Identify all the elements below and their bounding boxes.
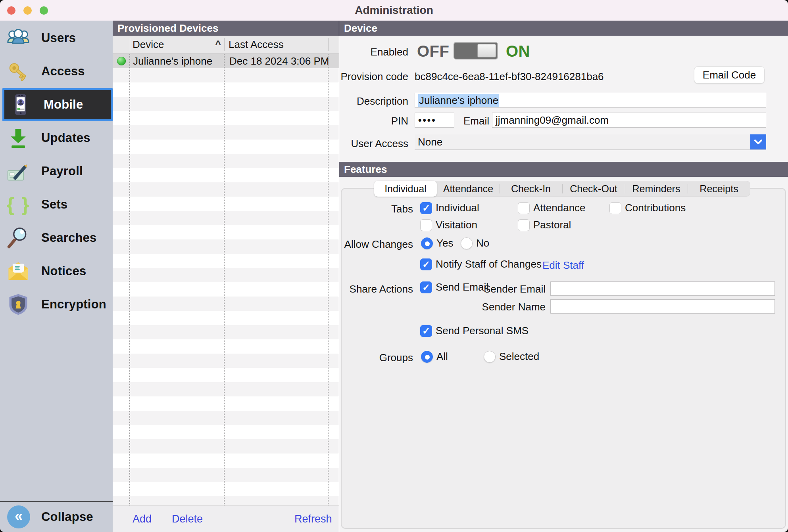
provisioned-devices-panel: Provisioned Devices Device ^ Last Access…: [113, 21, 339, 532]
device-cell: Julianne's iphone: [133, 54, 212, 68]
yes-radio[interactable]: [421, 237, 433, 249]
checkbox-label: Individual: [436, 202, 479, 214]
checkbox-item-pastoral[interactable]: Pastoral: [518, 219, 571, 231]
column-gridline: [328, 54, 329, 505]
provision-code-value: bc89c4ce-6ea8-11ef-bf30-824916281ba6: [415, 71, 604, 83]
tab-check-in[interactable]: Check-In: [500, 181, 562, 197]
tab-reminders[interactable]: Reminders: [625, 181, 688, 197]
sidebar-item-notices[interactable]: Notices: [0, 255, 113, 288]
description-input[interactable]: Julianne's iphone: [415, 93, 766, 108]
administration-window: Administration: [0, 0, 788, 532]
description-selected-text: Julianne's iphone: [418, 94, 499, 107]
device-form: Enabled OFF ON Provision code bc89c4ce-6…: [339, 36, 788, 162]
sidebar-item-label: Notices: [41, 264, 86, 278]
selected-radio[interactable]: [484, 351, 496, 363]
sidebar-item-encryption[interactable]: Encryption: [0, 288, 113, 321]
sender-name-input[interactable]: [550, 299, 775, 314]
sidebar-item-searches[interactable]: Searches: [0, 221, 113, 255]
tab-attendance[interactable]: Attendance: [437, 181, 500, 197]
collapse-button[interactable]: « Collapse: [0, 501, 113, 532]
checkbox-item-send-sms[interactable]: Send Personal SMS: [420, 325, 529, 337]
tab-check-out[interactable]: Check-Out: [562, 181, 625, 197]
radio-item-all[interactable]: All: [421, 350, 448, 363]
sidebar-item-mobile[interactable]: Mobile: [2, 88, 113, 121]
user-access-label: User Access: [339, 138, 408, 150]
tab-individual[interactable]: Individual: [374, 181, 437, 197]
send-email-checkbox[interactable]: [420, 281, 432, 293]
key-icon: [6, 59, 31, 84]
column-gridline: [224, 54, 225, 505]
table-stripes: [113, 68, 339, 505]
radio-item-yes[interactable]: Yes: [421, 237, 453, 249]
device-column-header[interactable]: Device: [133, 36, 164, 54]
sender-name-label: Sender Name: [472, 301, 546, 313]
toggle-knob: [477, 44, 496, 57]
sidebar-item-label: Mobile: [44, 98, 83, 112]
notify-staff-checkbox[interactable]: [420, 258, 432, 270]
sidebar-item-label: Sets: [41, 197, 67, 212]
no-radio[interactable]: [461, 237, 473, 249]
sidebar-item-updates[interactable]: Updates: [0, 121, 113, 155]
checkbox-item-contributions[interactable]: Contributions: [609, 202, 686, 214]
checkbox-label: Pastoral: [533, 219, 571, 231]
devices-table: Julianne's iphone Dec 18 2024 3:06 PM: [113, 54, 339, 505]
sidebar-item-payroll[interactable]: Payroll: [0, 155, 113, 188]
email-code-button[interactable]: Email Code: [694, 66, 765, 84]
checkbox-label: Attendance: [533, 202, 586, 214]
column-divider: [130, 38, 130, 51]
braces-icon: { }: [6, 192, 31, 217]
sort-ascending-icon[interactable]: ^: [215, 36, 221, 54]
pastoral-checkbox[interactable]: [518, 219, 530, 231]
features-body: Individual Attendance Check-In Check-Out…: [339, 177, 788, 532]
radio-item-selected[interactable]: Selected: [484, 350, 539, 363]
individual-checkbox[interactable]: [420, 202, 432, 214]
delete-device-button[interactable]: Delete: [172, 513, 203, 525]
tabs-label: Tabs: [339, 203, 413, 215]
contributions-checkbox[interactable]: [609, 202, 621, 214]
checkbox-item-attendance[interactable]: Attendance: [518, 202, 586, 214]
sidebar: Users Access: [0, 21, 113, 532]
attendance-checkbox[interactable]: [518, 202, 530, 214]
sidebar-item-label: Users: [41, 31, 76, 45]
tab-receipts[interactable]: Receipts: [688, 181, 750, 197]
device-section-header: Device: [339, 21, 788, 36]
refresh-devices-button[interactable]: Refresh: [294, 513, 332, 525]
last-access-cell: Dec 18 2024 3:06 PM: [229, 54, 329, 68]
users-icon: [6, 25, 31, 51]
chevron-down-icon[interactable]: [750, 134, 766, 149]
search-icon: [6, 225, 31, 251]
all-radio[interactable]: [421, 351, 433, 363]
sender-email-input[interactable]: [550, 281, 775, 296]
sidebar-item-label: Searches: [41, 231, 96, 245]
visitation-checkbox[interactable]: [420, 219, 432, 231]
checkbox-item-visitation[interactable]: Visitation: [420, 219, 477, 231]
sidebar-item-users[interactable]: Users: [0, 21, 113, 55]
add-device-button[interactable]: Add: [133, 513, 152, 525]
titlebar: Administration: [0, 0, 788, 21]
sidebar-item-access[interactable]: Access: [0, 55, 113, 88]
column-divider: [224, 38, 225, 51]
pin-label: PIN: [339, 115, 408, 127]
enabled-toggle[interactable]: [454, 42, 498, 59]
sidebar-item-sets[interactable]: { } Sets: [0, 188, 113, 221]
features-section-header: Features: [339, 162, 788, 177]
user-access-select[interactable]: None: [415, 134, 766, 150]
last-access-column-header[interactable]: Last Access: [229, 36, 284, 54]
devices-actions-bar: Add Delete Refresh: [113, 505, 339, 532]
off-label: OFF: [417, 42, 449, 60]
provision-code-label: Provision code: [339, 71, 408, 83]
checkbox-label: Contributions: [625, 202, 686, 214]
device-detail-panel: Device Enabled OFF ON Provision code bc8…: [339, 21, 788, 532]
email-input[interactable]: jjmanning09@gmail.com: [492, 113, 766, 128]
checkbox-item-notify-staff[interactable]: Notify Staff of Changes: [420, 258, 542, 270]
edit-staff-link[interactable]: Edit Staff: [542, 259, 584, 272]
radio-item-no[interactable]: No: [461, 237, 489, 249]
on-label: ON: [506, 42, 530, 60]
send-sms-checkbox[interactable]: [420, 325, 432, 337]
table-row[interactable]: Julianne's iphone Dec 18 2024 3:06 PM: [113, 54, 339, 68]
checkbox-item-individual[interactable]: Individual: [420, 202, 479, 214]
allow-changes-label: Allow Changes: [339, 238, 413, 251]
download-icon: [6, 125, 31, 151]
sender-email-label: Sender Email: [472, 283, 546, 295]
radio-label: All: [436, 350, 448, 363]
